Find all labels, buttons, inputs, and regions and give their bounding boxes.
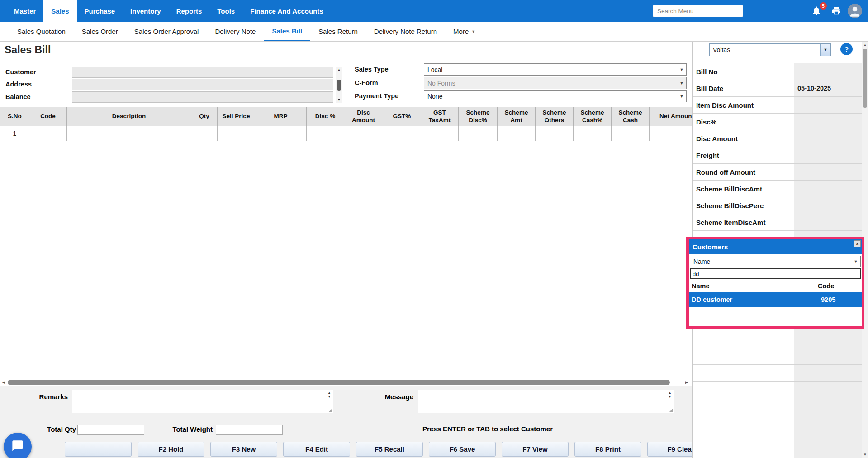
tab-sales-return[interactable]: Sales Return: [310, 22, 366, 41]
resize-handle-icon[interactable]: [328, 408, 332, 412]
scroll-down-icon[interactable]: ▼: [337, 98, 341, 102]
customer-search-input[interactable]: [690, 268, 861, 279]
user-avatar[interactable]: [848, 4, 862, 18]
chevron-down-icon: ▼: [471, 29, 475, 34]
menu-master[interactable]: Master: [6, 0, 43, 22]
cell-description[interactable]: [67, 126, 191, 141]
total-qty-input[interactable]: [77, 425, 144, 435]
scroll-down-icon[interactable]: ▼: [862, 453, 868, 457]
spin-down-icon[interactable]: ▼: [328, 395, 331, 399]
message-spinner[interactable]: ▲ ▼: [667, 391, 673, 399]
sales-type-select[interactable]: Local ▼: [424, 63, 687, 76]
f8-print-button[interactable]: F8 Print: [574, 442, 641, 457]
spin-up-icon[interactable]: ▲: [328, 391, 331, 395]
f3-new-button[interactable]: F3 New: [210, 442, 277, 457]
tab-sales-order-approval[interactable]: Sales Order Approval: [126, 22, 207, 41]
results-col-code: Code: [818, 282, 834, 290]
close-icon[interactable]: x: [854, 240, 861, 247]
tab-delivery-note-return[interactable]: Delivery Note Return: [366, 22, 445, 41]
footer-button-empty[interactable]: [65, 442, 132, 457]
cform-label: C-Form: [355, 77, 378, 89]
cell-mrp[interactable]: [255, 126, 307, 141]
cell-disc-amount[interactable]: [344, 126, 383, 141]
message-box: ▲ ▼: [418, 390, 674, 413]
panel-row-empty: [693, 331, 862, 348]
sales-tab-bar: Sales Quotation Sales Order Sales Order …: [0, 22, 868, 42]
balance-field[interactable]: [72, 91, 333, 103]
menu-reports[interactable]: Reports: [169, 0, 210, 22]
address-field[interactable]: [72, 79, 333, 90]
freight-value[interactable]: [794, 147, 862, 163]
company-select[interactable]: Voltas ▼: [709, 43, 831, 56]
scroll-left-icon[interactable]: ◄: [1, 380, 6, 385]
total-qty-label: Total Qty: [18, 425, 76, 433]
scroll-up-icon[interactable]: ▲: [337, 68, 341, 72]
vertical-scrollbar-thumb[interactable]: [863, 49, 867, 108]
cell-scheme-amt[interactable]: [498, 126, 536, 141]
disc-percent-value[interactable]: [794, 114, 862, 130]
customer-result-row-selected[interactable]: DD customer 9205: [689, 292, 862, 307]
f7-view-button[interactable]: F7 View: [502, 442, 569, 457]
printer-icon[interactable]: [831, 6, 841, 18]
f6-save-button[interactable]: F6 Save: [429, 442, 496, 457]
customer-field[interactable]: [72, 67, 333, 78]
spin-up-icon[interactable]: ▲: [669, 391, 672, 395]
help-button[interactable]: ?: [840, 43, 853, 55]
cell-scheme-disc[interactable]: [459, 126, 498, 141]
tab-sales-bill[interactable]: Sales Bill: [264, 22, 310, 41]
customers-popup-title: Customers: [689, 239, 862, 254]
cell-gst-percent[interactable]: [383, 126, 421, 141]
menu-inventory[interactable]: Inventory: [123, 0, 169, 22]
cell-net-amount[interactable]: [650, 126, 692, 141]
customer-filter-select[interactable]: Name ▼: [690, 256, 861, 267]
col-net-amount: Net Amount: [650, 107, 692, 126]
cell-qty[interactable]: [191, 126, 218, 141]
f2-hold-button[interactable]: F2 Hold: [138, 442, 204, 457]
cell-disc-percent[interactable]: [307, 126, 344, 141]
cell-scheme-cash-percent[interactable]: [574, 126, 612, 141]
menu-purchase[interactable]: Purchase: [77, 0, 123, 22]
scroll-right-icon[interactable]: ►: [684, 380, 689, 385]
payment-type-select[interactable]: None ▼: [424, 90, 687, 102]
menu-tools[interactable]: Tools: [209, 0, 242, 22]
f4-edit-button[interactable]: F4 Edit: [283, 442, 350, 457]
cell-scheme-others[interactable]: [536, 126, 574, 141]
chevron-down-icon[interactable]: ▼: [820, 44, 830, 56]
tab-sales-quotation[interactable]: Sales Quotation: [9, 22, 74, 41]
menu-finance-and-accounts[interactable]: Finance And Accounts: [242, 0, 331, 22]
f5-recall-button[interactable]: F5 Recall: [356, 442, 423, 457]
cell-code[interactable]: [29, 126, 67, 141]
bill-date-value[interactable]: 05-10-2025: [794, 80, 862, 96]
tab-more[interactable]: More ▼: [445, 22, 484, 41]
round-off-value[interactable]: [794, 164, 862, 180]
spin-down-icon[interactable]: ▼: [669, 395, 672, 399]
item-row-1[interactable]: 1: [0, 126, 692, 141]
panel-row-scheme-billdiscperc: Scheme BillDiscPerc: [693, 197, 862, 214]
item-disc-amount-value[interactable]: [794, 97, 862, 113]
resize-handle-icon[interactable]: [669, 408, 673, 412]
disc-amount-value[interactable]: [794, 130, 862, 147]
remarks-spinner[interactable]: ▲ ▼: [327, 391, 332, 399]
customer-form-scrollbar[interactable]: ▲ ▼: [336, 67, 342, 103]
col-description: Description: [67, 107, 191, 126]
horizontal-scrollbar[interactable]: ◄ ►: [0, 379, 692, 386]
total-weight-input[interactable]: [216, 425, 283, 435]
horizontal-scrollbar-thumb[interactable]: [8, 380, 670, 385]
bill-no-value[interactable]: [794, 63, 862, 80]
scrollbar-thumb[interactable]: [337, 80, 341, 91]
remarks-textarea[interactable]: [72, 390, 333, 413]
scheme-billdiscamt-value[interactable]: [794, 181, 862, 197]
cell-scheme-cash[interactable]: [612, 126, 650, 141]
scheme-billdiscperc-value[interactable]: [794, 197, 862, 214]
f9-clear-button[interactable]: F9 Clear: [647, 442, 692, 457]
chat-widget-button[interactable]: [4, 433, 32, 458]
tab-sales-order[interactable]: Sales Order: [74, 22, 126, 41]
cell-gst-taxamt[interactable]: [421, 126, 459, 141]
scroll-up-icon[interactable]: ▲: [862, 43, 868, 47]
search-menu-input[interactable]: [653, 5, 743, 17]
menu-sales[interactable]: Sales: [43, 0, 76, 22]
message-textarea[interactable]: [418, 390, 674, 413]
tab-delivery-note[interactable]: Delivery Note: [207, 22, 264, 41]
scheme-itemdiscamt-value[interactable]: [794, 214, 862, 230]
cell-sell-price[interactable]: [218, 126, 255, 141]
